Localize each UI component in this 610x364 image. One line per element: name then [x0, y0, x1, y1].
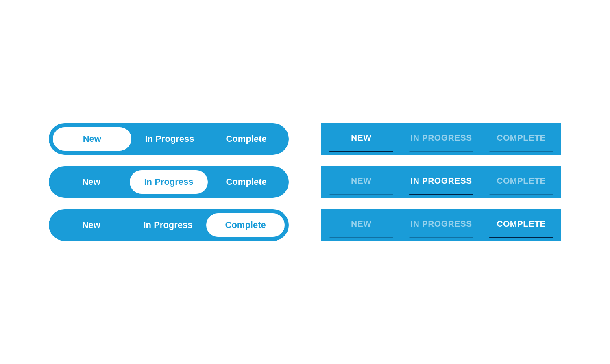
- flat-tab-group-3: NEW IN PROGRESS COMPLETE: [321, 209, 561, 241]
- flat-tab-inprogress-label-3: IN PROGRESS: [410, 219, 472, 229]
- tab-complete-2[interactable]: Complete: [208, 170, 285, 194]
- main-container: New In Progress Complete New In Progress…: [49, 123, 561, 241]
- tab-new-label-3: New: [82, 220, 100, 230]
- flat-tab-complete-label-3: COMPLETE: [497, 219, 546, 229]
- tab-complete-label-1: Complete: [226, 134, 267, 144]
- tab-new-3[interactable]: New: [53, 213, 130, 237]
- tab-inprogress-3[interactable]: In Progress: [130, 213, 207, 237]
- flat-tab-new-1[interactable]: NEW: [321, 123, 401, 155]
- tab-complete-1[interactable]: Complete: [208, 127, 285, 151]
- flat-tab-inprogress-label-2: IN PROGRESS: [410, 176, 472, 186]
- flat-tab-new-label-2: NEW: [351, 176, 372, 186]
- flat-tab-complete-label-2: COMPLETE: [497, 176, 546, 186]
- tab-inprogress-label-1: In Progress: [145, 134, 194, 144]
- flat-tab-complete-1[interactable]: COMPLETE: [481, 123, 561, 155]
- tab-new-2[interactable]: New: [53, 170, 130, 194]
- tab-new-label-1: New: [83, 134, 101, 144]
- left-column: New In Progress Complete New In Progress…: [49, 123, 289, 241]
- flat-tab-complete-2[interactable]: COMPLETE: [481, 166, 561, 198]
- pill-tab-group-2: New In Progress Complete: [49, 166, 289, 198]
- flat-tab-inprogress-1[interactable]: IN PROGRESS: [401, 123, 481, 155]
- flat-tab-complete-3[interactable]: COMPLETE: [481, 209, 561, 241]
- tab-complete-label-2: Complete: [226, 177, 267, 187]
- flat-tab-inprogress-3[interactable]: IN PROGRESS: [401, 209, 481, 241]
- tab-complete-3[interactable]: Complete: [206, 213, 285, 237]
- tab-inprogress-label-3: In Progress: [143, 220, 192, 230]
- flat-tab-group-2: NEW IN PROGRESS COMPLETE: [321, 166, 561, 198]
- flat-tab-new-3[interactable]: NEW: [321, 209, 401, 241]
- flat-tab-new-label-3: NEW: [351, 219, 372, 229]
- flat-tab-new-label-1: NEW: [351, 133, 372, 143]
- tab-new-label-2: New: [82, 177, 100, 187]
- pill-tab-group-1: New In Progress Complete: [49, 123, 289, 155]
- flat-tab-new-2[interactable]: NEW: [321, 166, 401, 198]
- flat-tab-inprogress-2[interactable]: IN PROGRESS: [401, 166, 481, 198]
- tab-complete-label-3: Complete: [225, 220, 266, 230]
- tab-inprogress-2[interactable]: In Progress: [130, 170, 208, 194]
- flat-tab-inprogress-label-1: IN PROGRESS: [410, 133, 472, 143]
- flat-tab-complete-label-1: COMPLETE: [497, 133, 546, 143]
- tab-inprogress-1[interactable]: In Progress: [131, 127, 208, 151]
- right-column: NEW IN PROGRESS COMPLETE NEW IN PROGRESS…: [321, 123, 561, 241]
- flat-tab-group-1: NEW IN PROGRESS COMPLETE: [321, 123, 561, 155]
- tab-new-1[interactable]: New: [53, 127, 131, 151]
- pill-tab-group-3: New In Progress Complete: [49, 209, 289, 241]
- tab-inprogress-label-2: In Progress: [144, 177, 193, 187]
